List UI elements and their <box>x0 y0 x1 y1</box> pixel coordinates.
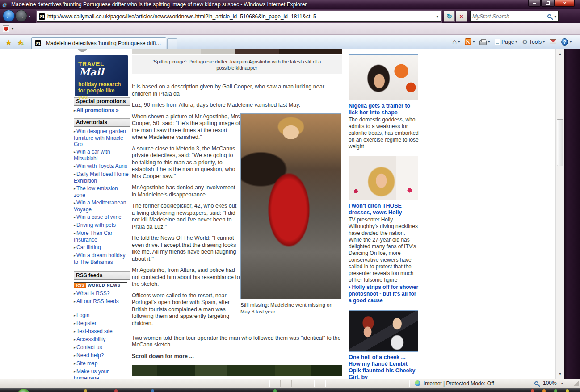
vertical-scrollbar[interactable]: ▴ ▾ <box>555 49 564 379</box>
lembit-photo[interactable] <box>349 310 418 352</box>
help-dropdown-icon[interactable]: ▾ <box>570 40 572 44</box>
print-dropdown-icon[interactable]: ▾ <box>488 40 490 44</box>
advertorial-link[interactable]: ▸Win a case of wine <box>74 214 130 221</box>
quicklaunch-icon[interactable] <box>151 389 154 392</box>
advertorial-label: Win a dream holiday to The Bahamas <box>74 252 125 265</box>
title-bar[interactable]: e Madeleine detectives 'hunting Portugue… <box>0 0 580 9</box>
search-icon[interactable] <box>547 14 551 18</box>
active-tab[interactable]: M Madeleine detectives 'hunting Portugue… <box>31 37 166 49</box>
address-bar[interactable]: M ▾ <box>37 11 441 22</box>
address-dropdown-icon[interactable]: ▾ <box>435 14 439 19</box>
advertorial-link[interactable]: ▸More Than Car Insurance <box>74 230 130 243</box>
advertorial-link[interactable]: ▸Win with Toyota Auris <box>74 163 130 170</box>
scrollbar-thumb[interactable] <box>557 119 563 166</box>
quicklaunch-icon[interactable] <box>84 389 87 392</box>
tray-icon[interactable] <box>531 389 534 392</box>
help-icon: ? <box>561 38 568 46</box>
advertorial-link[interactable]: ▸The low emission zone <box>74 185 130 198</box>
search-box[interactable]: ▾ <box>470 11 559 22</box>
scroll-down-icon[interactable]: ▾ <box>556 370 564 378</box>
lembit-headline-link[interactable]: One hell of a cheek ... How my fiancé Le… <box>349 354 419 379</box>
advertorial-link[interactable]: ▸Win a dream holiday to The Bahamas <box>74 252 130 265</box>
gear-icon: ⚙ <box>522 39 528 45</box>
minimize-button[interactable] <box>528 0 541 7</box>
zoom-dropdown-icon[interactable]: ▾ <box>561 381 563 385</box>
statusbar-divider <box>269 380 269 387</box>
advertorial-link[interactable]: ▸Win a Mediterranean Voyage <box>74 200 130 213</box>
nigella-headline-link[interactable]: Nigella gets a trainer to lick her into … <box>349 103 419 116</box>
forward-button[interactable]: → <box>15 10 27 22</box>
print-button[interactable]: ▾ <box>478 38 491 46</box>
page-menu-label: Page <box>501 39 514 45</box>
bullet-triangle-icon: ▸ <box>74 354 76 358</box>
refresh-button[interactable]: ↻ <box>444 11 455 22</box>
sidebar-link-label: Site map <box>76 360 97 367</box>
recent-pages-dropdown[interactable]: ▾ <box>29 14 30 18</box>
windows-taskbar[interactable] <box>0 388 580 392</box>
advertorial-link[interactable]: ▸Win designer garden furniture with Mira… <box>74 128 130 147</box>
pdf-converter-dropdown-icon[interactable]: ▾ <box>12 27 13 31</box>
sidebar-link-label: Text-based site <box>76 328 113 334</box>
efit-photo-caption: 'Spitting image': Portuguese drifter Joa… <box>132 55 342 74</box>
search-dropdown-icon[interactable]: ▾ <box>554 14 556 19</box>
all-promotions-link[interactable]: ▸All promotions » <box>74 107 130 114</box>
add-favorite-plus-icon: + <box>21 41 24 46</box>
start-orb-icon[interactable] <box>17 389 30 392</box>
travelmail-ad[interactable]: TRAVEL Mail holiday research for people … <box>75 55 128 96</box>
feeds-dropdown-icon[interactable]: ▾ <box>473 40 475 44</box>
nigella-photo[interactable] <box>349 54 418 100</box>
quicklaunch-icon[interactable] <box>273 389 277 392</box>
stop-button[interactable]: × <box>456 11 467 22</box>
rss-link-label: All our RSS feeds <box>76 298 119 304</box>
close-button[interactable]: × <box>555 0 575 7</box>
home-dropdown-icon[interactable]: ▾ <box>458 40 460 44</box>
holly-headline-link[interactable]: I won't ditch THOSE dresses, vows Holly <box>349 203 419 216</box>
holly-photo[interactable] <box>349 156 418 200</box>
address-input[interactable] <box>47 13 435 20</box>
what-is-rss-link[interactable]: ▸What is RSS? <box>74 290 130 297</box>
advertorial-link[interactable]: ▸Win a car with Mitsubishi <box>74 149 130 162</box>
all-rss-feeds-link[interactable]: ▸All our RSS feeds <box>74 298 130 305</box>
back-button[interactable]: ← <box>3 10 15 22</box>
sidebar-link-text-based-site[interactable]: ▸Text-based site <box>74 328 130 335</box>
tray-icon[interactable] <box>542 389 546 392</box>
quicklaunch-icon[interactable] <box>114 389 118 392</box>
pdf-converter-icon[interactable] <box>3 25 9 32</box>
zoom-control[interactable]: 100% ▾ <box>534 380 563 386</box>
advertorial-link[interactable]: ▸Daily Mail Ideal Home Exhibition <box>74 171 130 184</box>
page-menu-button[interactable]: Page▾ <box>493 38 518 46</box>
help-button[interactable]: ?▾ <box>560 38 573 46</box>
search-input[interactable] <box>472 13 547 20</box>
sidebar-link-need-help[interactable]: ▸Need help? <box>74 352 130 359</box>
tray-icon[interactable] <box>566 389 569 392</box>
holly-sublink[interactable]: • Holly strips off for shower photoshoot… <box>349 284 419 304</box>
favorites-star-icon[interactable]: ★ <box>5 38 12 46</box>
mail-button[interactable] <box>548 38 558 45</box>
tab-title: Madeleine detectives 'hunting Portuguese… <box>46 40 163 46</box>
tools-menu-button[interactable]: ⚙Tools▾ <box>521 38 546 46</box>
holly-summary: TV presenter Holly Willoughby's diving n… <box>349 217 419 284</box>
home-button[interactable]: ⌂▾ <box>451 38 461 46</box>
window-title: Madeleine detectives 'hunting Portuguese… <box>11 1 307 8</box>
bullet-triangle-icon: ▸ <box>74 321 76 325</box>
scrollbar-grip-icon <box>559 142 562 142</box>
tray-icon[interactable] <box>554 389 557 392</box>
page-viewport: TRAVEL Mail holiday research for people … <box>0 49 564 379</box>
scroll-up-icon[interactable]: ▴ <box>556 50 564 58</box>
restore-button[interactable] <box>541 0 555 7</box>
advertorial-label: Win a Mediterranean Voyage <box>74 200 126 213</box>
bullet-triangle-icon: ▸ <box>74 313 76 317</box>
sidebar-link-make-us-homepage[interactable]: ▸Make us your homepage <box>74 368 130 379</box>
resize-grip[interactable] <box>573 381 579 386</box>
sidebar-link-contact-us[interactable]: ▸Contact us <box>74 344 130 351</box>
sidebar-link-site-map[interactable]: ▸Site map <box>74 360 130 367</box>
new-tab-stub[interactable] <box>167 38 177 49</box>
feeds-button[interactable]: ▾ <box>463 38 476 46</box>
rss-world-news-badge[interactable]: RSS WORLD NEWS <box>74 282 127 288</box>
travelmail-mail-label: Mail <box>79 66 104 78</box>
advertorial-link[interactable]: ▸Driving with pets <box>74 222 130 229</box>
sidebar-link-login[interactable]: ▸Login <box>74 312 130 319</box>
sidebar-link-register[interactable]: ▸Register <box>74 320 130 327</box>
sidebar-link-accessibility[interactable]: ▸Accessibility <box>74 336 130 343</box>
advertorial-link[interactable]: ▸Car flirting <box>74 244 130 251</box>
